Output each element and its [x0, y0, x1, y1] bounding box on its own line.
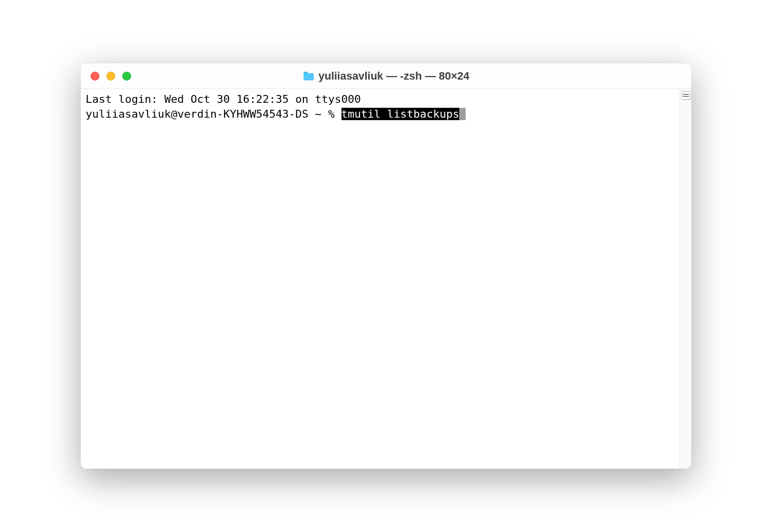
close-button[interactable] [91, 72, 99, 81]
scrollbar-track[interactable] [679, 89, 691, 469]
shell-prompt: yuliiasavliuk@verdin-KYHWW54543-DS ~ % [86, 108, 341, 120]
window-body: Last login: Wed Oct 30 16:22:35 on ttys0… [81, 89, 691, 469]
window-title: yuliiasavliuk — -zsh — 80×24 [318, 70, 469, 83]
folder-icon [302, 71, 314, 81]
titlebar[interactable]: yuliiasavliuk — -zsh — 80×24 [81, 63, 691, 89]
scroll-indicator-icon[interactable] [681, 91, 690, 100]
maximize-button[interactable] [122, 72, 131, 81]
terminal-window: yuliiasavliuk — -zsh — 80×24 Last login:… [81, 63, 691, 469]
prompt-line: yuliiasavliuk@verdin-KYHWW54543-DS ~ % t… [86, 107, 675, 122]
traffic-lights [81, 72, 131, 81]
last-login-line: Last login: Wed Oct 30 16:22:35 on ttys0… [86, 92, 675, 107]
typed-command: tmutil listbackups [341, 108, 459, 120]
terminal-output[interactable]: Last login: Wed Oct 30 16:22:35 on ttys0… [81, 89, 679, 469]
window-title-container: yuliiasavliuk — -zsh — 80×24 [302, 70, 469, 83]
minimize-button[interactable] [106, 72, 115, 81]
cursor [459, 108, 466, 120]
